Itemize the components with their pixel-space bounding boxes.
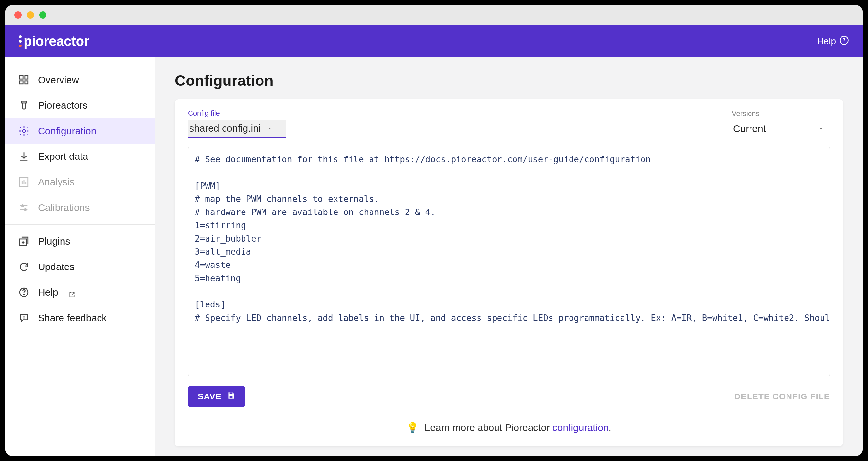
gear-icon bbox=[18, 125, 29, 136]
sidebar-item-plugins[interactable]: Plugins bbox=[5, 228, 155, 254]
delete-config-button[interactable]: DELETE CONFIG FILE bbox=[735, 392, 830, 402]
sidebar-item-updates[interactable]: Updates bbox=[5, 254, 155, 280]
svg-point-1 bbox=[844, 42, 844, 42]
sidebar-item-configuration[interactable]: Configuration bbox=[5, 118, 155, 144]
external-link-icon bbox=[69, 289, 75, 296]
sidebar-item-overview[interactable]: Overview bbox=[5, 67, 155, 93]
help-circle-icon bbox=[839, 35, 849, 48]
svg-rect-3 bbox=[25, 75, 28, 79]
close-window-button[interactable] bbox=[14, 11, 22, 19]
learn-more-suffix: . bbox=[609, 422, 611, 433]
sidebar-divider bbox=[5, 224, 155, 225]
sidebar-item-export-data[interactable]: Export data bbox=[5, 144, 155, 169]
feedback-icon bbox=[18, 312, 29, 324]
sidebar-item-pioreactors[interactable]: Pioreactors bbox=[5, 93, 155, 118]
config-file-group: Config file shared config.ini bbox=[188, 109, 286, 138]
sidebar-item-label: Configuration bbox=[38, 125, 96, 136]
window-titlebar bbox=[5, 5, 863, 25]
topbar-help-link[interactable]: Help bbox=[817, 35, 849, 48]
versions-select[interactable]: Current bbox=[732, 120, 830, 138]
dashboard-icon bbox=[18, 74, 29, 86]
topbar-help-label: Help bbox=[817, 36, 836, 47]
topbar: pioreactor Help bbox=[5, 25, 863, 57]
sidebar-item-calibrations: Calibrations bbox=[5, 195, 155, 220]
svg-rect-14 bbox=[230, 392, 233, 394]
sidebar-item-label: Help bbox=[38, 287, 58, 298]
save-button-label: SAVE bbox=[198, 392, 222, 402]
config-file-value: shared config.ini bbox=[189, 123, 260, 134]
controls-row: Config file shared config.ini Versions C… bbox=[188, 109, 830, 138]
svg-rect-2 bbox=[20, 75, 23, 79]
sidebar-item-label: Share feedback bbox=[38, 312, 107, 324]
svg-point-7 bbox=[23, 130, 26, 132]
sidebar-item-analysis: Analysis bbox=[5, 169, 155, 195]
brand-logo[interactable]: pioreactor bbox=[19, 33, 89, 49]
lightbulb-icon: 💡 bbox=[406, 422, 418, 433]
delete-config-label: DELETE CONFIG FILE bbox=[735, 392, 830, 401]
svg-rect-5 bbox=[25, 81, 28, 84]
save-button[interactable]: SAVE bbox=[188, 386, 245, 407]
svg-rect-6 bbox=[22, 101, 26, 103]
refresh-icon bbox=[18, 261, 29, 272]
minimize-window-button[interactable] bbox=[27, 11, 34, 19]
chevron-down-icon bbox=[267, 123, 273, 134]
sidebar-item-label: Updates bbox=[38, 261, 74, 272]
maximize-window-button[interactable] bbox=[39, 11, 46, 19]
sidebar-item-label: Overview bbox=[38, 74, 79, 86]
sidebar-item-help[interactable]: Help bbox=[5, 280, 155, 305]
config-editor[interactable]: # See documentation for this file at htt… bbox=[188, 147, 830, 376]
learn-more-prefix: Learn more about Pioreactor bbox=[425, 422, 552, 433]
config-file-label: Config file bbox=[188, 109, 286, 118]
learn-more-link[interactable]: configuration bbox=[553, 422, 609, 433]
brand-text: pioreactor bbox=[24, 33, 89, 49]
versions-group: Versions Current bbox=[732, 110, 830, 138]
sliders-icon bbox=[18, 202, 29, 213]
sidebar-item-label: Analysis bbox=[38, 177, 74, 188]
sidebar-item-label: Calibrations bbox=[38, 202, 90, 213]
actions-row: SAVE DELETE CONFIG FILE bbox=[188, 386, 830, 407]
sidebar-item-label: Export data bbox=[38, 151, 88, 162]
config-file-select[interactable]: shared config.ini bbox=[188, 120, 286, 138]
config-card: Config file shared config.ini Versions C… bbox=[175, 99, 843, 446]
traffic-lights bbox=[14, 11, 46, 19]
svg-rect-4 bbox=[20, 81, 23, 84]
mac-window: pioreactor Help Overview Pioreactors bbox=[5, 5, 863, 456]
page-title: Configuration bbox=[175, 72, 843, 89]
sidebar-item-share-feedback[interactable]: Share feedback bbox=[5, 305, 155, 331]
sidebar-item-label: Pioreactors bbox=[38, 100, 88, 111]
save-icon bbox=[227, 391, 235, 402]
sidebar: Overview Pioreactors Configuration Expor… bbox=[5, 57, 155, 456]
svg-rect-15 bbox=[230, 396, 233, 398]
svg-point-13 bbox=[24, 294, 24, 295]
main-content: Configuration Config file shared config.… bbox=[155, 57, 863, 456]
vial-icon bbox=[18, 100, 29, 111]
versions-value: Current bbox=[733, 123, 812, 134]
sidebar-item-label: Plugins bbox=[38, 236, 70, 247]
chevron-down-icon bbox=[817, 123, 824, 134]
help-circle-icon bbox=[18, 287, 29, 298]
app-body: Overview Pioreactors Configuration Expor… bbox=[5, 57, 863, 456]
brand-dots-icon bbox=[19, 35, 22, 47]
download-icon bbox=[18, 151, 29, 162]
chart-icon bbox=[18, 177, 29, 188]
learn-more: 💡 Learn more about Pioreactor configurat… bbox=[188, 422, 830, 433]
library-add-icon bbox=[18, 236, 29, 247]
versions-label: Versions bbox=[732, 110, 830, 118]
